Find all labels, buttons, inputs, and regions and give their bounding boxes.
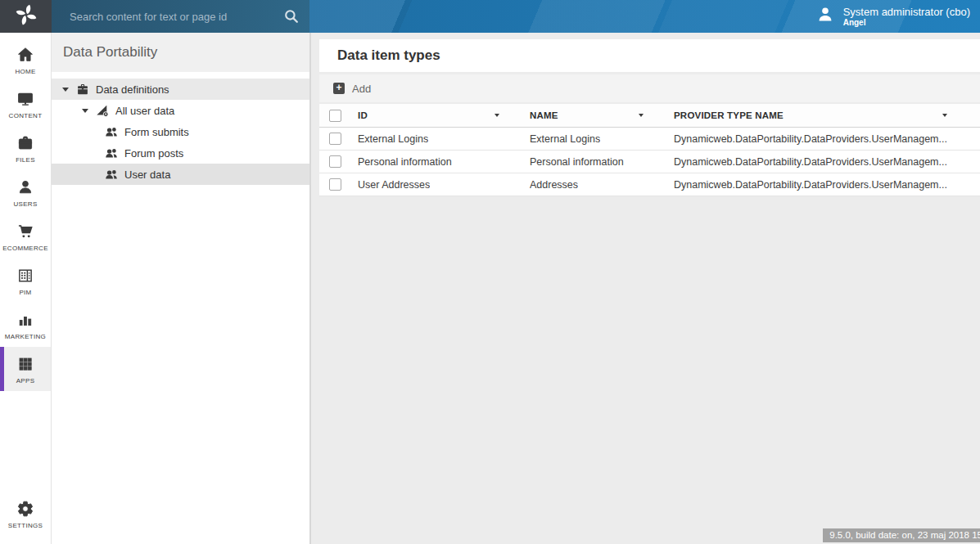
row-checkbox[interactable] (329, 155, 341, 168)
sidebar-item-ecommerce[interactable]: ECOMMERCE (0, 214, 51, 259)
cell-id: User Addresses (358, 179, 430, 191)
files-icon (16, 133, 35, 153)
add-button[interactable]: + Add (333, 83, 371, 95)
sidebar-item-label: MARKETING (5, 333, 46, 340)
panel-title: Data Portability (52, 33, 309, 72)
table-row[interactable]: External Logins External Logins Dynamicw… (319, 128, 980, 151)
cell-name: Personal information (530, 156, 624, 168)
apps-grid-icon (16, 354, 35, 374)
user-group-icon (105, 146, 118, 160)
cell-name: External Logins (530, 133, 600, 145)
sort-caret-icon[interactable] (495, 114, 499, 117)
sidebar-item-label: FILES (16, 156, 35, 164)
sidebar-item-label: PIM (19, 289, 31, 296)
tree-item-label: Forum posts (124, 147, 183, 160)
table-row[interactable]: User Addresses Addresses Dynamicweb.Data… (319, 173, 980, 196)
search-input[interactable] (52, 0, 309, 33)
sidebar-item-apps[interactable]: APPS (0, 347, 51, 391)
tree-item-label: Data definitions (96, 83, 169, 96)
content-icon (16, 89, 35, 109)
tree-item-label: User data (124, 169, 170, 181)
gear-icon (16, 499, 35, 519)
tree-item-user-data[interactable]: User data (52, 164, 309, 185)
tree-item-label: Form submits (124, 126, 189, 138)
sort-caret-icon[interactable] (639, 114, 644, 117)
toolbar: + Add (319, 74, 980, 102)
sidebar-item-home[interactable]: HOME (0, 38, 51, 82)
tree-item-form-submits[interactable]: Form submits (52, 121, 309, 142)
dynamicweb-pinwheel-icon (14, 2, 38, 30)
user-group-icon (105, 125, 118, 138)
row-checkbox[interactable] (329, 133, 341, 145)
shopping-cart-icon (16, 222, 35, 241)
sidebar-item-files[interactable]: FILES (0, 126, 51, 170)
cell-provider: Dynamicweb.DataPortability.DataProviders… (674, 133, 947, 145)
table-row[interactable]: Personal information Personal informatio… (319, 151, 980, 173)
tree-item-all-user-data[interactable]: All user data (52, 100, 309, 121)
cell-provider: Dynamicweb.DataPortability.DataProviders… (674, 156, 947, 168)
app-logo[interactable] (0, 0, 52, 33)
user-avatar-icon (815, 5, 835, 28)
briefcase-icon (76, 83, 89, 96)
tree-view: Data definitions All user data Form subm… (52, 79, 309, 185)
search-bar (52, 0, 309, 33)
user-subname: Angel (843, 18, 970, 28)
sidebar-item-settings[interactable]: SETTINGS (0, 492, 51, 536)
topbar-right: System administrator (cbo) Angel (309, 0, 980, 33)
sidebar-item-label: HOME (15, 68, 35, 75)
home-icon (16, 45, 35, 65)
sidebar-item-label: CONTENT (9, 112, 43, 119)
column-header-provider-type-name[interactable]: PROVIDER TYPE NAME (674, 110, 784, 120)
tree-item-data-definitions[interactable]: Data definitions (52, 79, 309, 100)
sort-caret-icon[interactable] (942, 114, 947, 117)
add-button-label: Add (352, 83, 371, 95)
person-icon (16, 178, 35, 197)
row-checkbox[interactable] (329, 178, 341, 191)
sidebar-item-label: USERS (13, 200, 37, 208)
search-icon[interactable] (283, 8, 300, 25)
pim-building-icon (16, 266, 35, 285)
user-name: System administrator (cbo) (843, 6, 970, 18)
sidebar-item-label: ECOMMERCE (2, 245, 48, 252)
caret-down-icon[interactable] (62, 88, 69, 92)
sidebar-item-users[interactable]: USERS (0, 170, 51, 214)
page-title: Data item types (319, 39, 980, 72)
sidebar-item-label: SETTINGS (8, 522, 43, 529)
column-header-id[interactable]: ID (358, 110, 368, 120)
cell-id: External Logins (358, 133, 428, 145)
sidebar-rail: HOME CONTENT FILES USERS ECOMMERCE (0, 33, 52, 544)
caret-down-icon[interactable] (82, 109, 88, 113)
sidebar-item-label: APPS (16, 377, 35, 384)
main-content: Data item types + Add ID NAME PROVIDER T… (311, 33, 980, 544)
cell-name: Addresses (530, 179, 578, 191)
sidebar-item-marketing[interactable]: MARKETING (0, 303, 51, 347)
cell-provider: Dynamicweb.DataPortability.DataProviders… (674, 179, 947, 191)
table-header-row: ID NAME PROVIDER TYPE NAME (319, 104, 980, 128)
tree-item-label: All user data (115, 105, 174, 117)
sidebar-item-pim[interactable]: PIM (0, 259, 51, 303)
user-menu[interactable]: System administrator (cbo) Angel (815, 0, 970, 33)
tree-item-forum-posts[interactable]: Forum posts (52, 142, 309, 164)
sidebar-item-content[interactable]: CONTENT (0, 82, 51, 126)
user-data-filter-icon (96, 104, 109, 117)
bar-chart-icon (16, 310, 35, 330)
column-header-name[interactable]: NAME (530, 110, 558, 120)
navigation-panel: Data Portability Data definitions All us… (52, 33, 311, 544)
cell-id: Personal information (358, 156, 452, 168)
add-plus-icon: + (333, 83, 345, 94)
app-body: HOME CONTENT FILES USERS ECOMMERCE (0, 33, 980, 544)
topbar: System administrator (cbo) Angel (0, 0, 980, 33)
user-group-icon (105, 168, 118, 181)
version-badge: 9.5.0, build date: on, 23 maj 2018 15:25 (823, 528, 980, 542)
select-all-checkbox[interactable] (329, 110, 341, 122)
